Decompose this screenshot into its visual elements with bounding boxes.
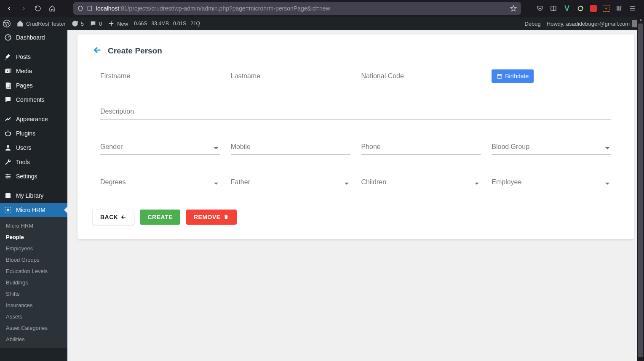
svg-point-21 bbox=[7, 145, 9, 148]
svg-rect-8 bbox=[618, 6, 620, 11]
menu-mylibrary[interactable]: My Library bbox=[0, 188, 67, 203]
pocket-icon[interactable] bbox=[536, 5, 544, 12]
bookmark-star-icon[interactable] bbox=[510, 5, 517, 12]
library-icon[interactable] bbox=[615, 5, 623, 12]
nav-forward-button[interactable] bbox=[18, 3, 29, 14]
scroll-thumb[interactable] bbox=[638, 24, 643, 357]
updates-link[interactable]: 5 bbox=[72, 20, 84, 27]
svg-rect-7 bbox=[617, 6, 618, 11]
wp-admin-bar: CrudRest Tester 5 0 New 0.66S 33.4MB 0.0… bbox=[0, 17, 644, 30]
nav-reload-button[interactable] bbox=[32, 3, 44, 14]
submenu-insurances[interactable]: Insurances bbox=[0, 300, 67, 311]
employee-field[interactable]: Employee bbox=[492, 179, 611, 190]
menu-dashboard[interactable]: Dashboard bbox=[0, 30, 67, 45]
employee-select[interactable] bbox=[492, 179, 611, 190]
shield-icon bbox=[77, 5, 83, 11]
page-scrollbar[interactable]: ▴ bbox=[637, 17, 644, 361]
submenu-education-levels[interactable]: Education Levels bbox=[0, 265, 67, 277]
browser-chrome: localhost:81/projects/crudrest/wp-admin/… bbox=[0, 0, 644, 17]
submenu-blood-groups[interactable]: Blood Groups bbox=[0, 254, 67, 265]
page-title: Create Person bbox=[108, 46, 162, 56]
back-button[interactable]: Back bbox=[93, 210, 134, 225]
menu-appearance[interactable]: Appearance bbox=[0, 112, 67, 126]
bloodgroup-select[interactable] bbox=[492, 144, 611, 155]
submenu-buildings[interactable]: Buildings bbox=[0, 277, 67, 288]
ext2-icon[interactable] bbox=[590, 5, 597, 12]
lastname-field[interactable]: Lastname bbox=[231, 73, 350, 84]
create-person-card: Create Person Firstname Lastname Nationa… bbox=[77, 35, 634, 239]
father-select[interactable] bbox=[231, 179, 350, 190]
hamburger-icon[interactable] bbox=[629, 5, 636, 12]
ext3-icon[interactable] bbox=[603, 5, 609, 12]
gender-field[interactable]: Gender bbox=[100, 144, 220, 155]
birthdate-button[interactable]: Birthdate bbox=[492, 69, 534, 83]
submenu-microhrm-home[interactable]: Micro HRM bbox=[0, 220, 67, 231]
father-field[interactable]: Father bbox=[231, 179, 350, 190]
bloodgroup-field[interactable]: Blood Group bbox=[492, 144, 611, 155]
submenu-microhrm: Micro HRM People Employees Blood Groups … bbox=[0, 217, 67, 348]
submenu-asset-categories[interactable]: Asset Categories bbox=[0, 322, 67, 334]
svg-rect-0 bbox=[88, 6, 91, 11]
ext1-icon[interactable] bbox=[577, 5, 584, 12]
reader-icon[interactable] bbox=[550, 5, 557, 12]
menu-tools[interactable]: Tools bbox=[0, 155, 67, 169]
trash-icon bbox=[223, 214, 229, 220]
menu-users[interactable]: Users bbox=[0, 141, 67, 155]
menu-posts[interactable]: Posts bbox=[0, 50, 67, 64]
arrow-left-icon bbox=[120, 214, 126, 220]
svg-rect-28 bbox=[5, 193, 11, 198]
debug-link[interactable]: Debug bbox=[524, 21, 540, 27]
remove-button[interactable]: Remove bbox=[186, 210, 237, 225]
lastname-input[interactable] bbox=[231, 73, 350, 84]
url-text: localhost:81/projects/crudrest/wp-admin/… bbox=[96, 5, 507, 12]
svg-point-26 bbox=[8, 176, 10, 177]
calendar-icon bbox=[497, 73, 502, 79]
svg-point-13 bbox=[3, 20, 11, 27]
phone-field[interactable]: Phone bbox=[361, 144, 481, 155]
howdy-link[interactable]: Howdy, asadidebuger@gmail.com bbox=[547, 20, 640, 27]
create-button[interactable]: Create bbox=[140, 210, 180, 225]
menu-comments[interactable]: Comments bbox=[0, 93, 67, 107]
submenu-shifts[interactable]: Shifts bbox=[0, 288, 67, 300]
debug-stats: 0.66S 33.4MB 0.01S 21Q bbox=[134, 21, 200, 27]
admin-sidebar: Dashboard Posts Media Pages Comments App… bbox=[0, 30, 67, 361]
degrees-field[interactable]: Degrees bbox=[100, 179, 220, 190]
svg-point-29 bbox=[7, 209, 9, 211]
firstname-input[interactable] bbox=[100, 73, 220, 84]
children-select[interactable] bbox=[361, 179, 481, 190]
nationalcode-input[interactable] bbox=[361, 73, 481, 84]
firstname-field[interactable]: Firstname bbox=[100, 73, 220, 84]
nationalcode-field[interactable]: National Code bbox=[361, 73, 481, 84]
url-bar[interactable]: localhost:81/projects/crudrest/wp-admin/… bbox=[73, 2, 521, 15]
submenu-people[interactable]: People bbox=[0, 231, 67, 243]
menu-microhrm[interactable]: Micro HRM bbox=[0, 203, 67, 217]
gender-select[interactable] bbox=[100, 144, 220, 155]
browser-toolbar-icons: V bbox=[536, 5, 641, 12]
vue-icon[interactable]: V bbox=[563, 5, 571, 12]
mobile-input[interactable] bbox=[231, 144, 350, 155]
menu-plugins[interactable]: Plugins bbox=[0, 126, 67, 141]
submenu-assets[interactable]: Assets bbox=[0, 311, 67, 322]
submenu-abilities[interactable]: Abilities bbox=[0, 334, 67, 345]
page-icon bbox=[87, 5, 93, 11]
new-link[interactable]: New bbox=[108, 20, 128, 27]
submenu-employees[interactable]: Employees bbox=[0, 243, 67, 254]
mobile-field[interactable]: Mobile bbox=[231, 144, 350, 155]
wp-logo[interactable] bbox=[3, 19, 11, 28]
back-arrow-icon[interactable] bbox=[93, 45, 102, 56]
menu-pages[interactable]: Pages bbox=[0, 78, 67, 93]
svg-rect-9 bbox=[620, 6, 621, 11]
comments-link[interactable]: 0 bbox=[90, 20, 102, 27]
description-field[interactable]: Description bbox=[100, 109, 611, 119]
phone-input[interactable] bbox=[361, 144, 481, 155]
menu-settings[interactable]: Settings bbox=[0, 169, 67, 183]
description-input[interactable] bbox=[100, 109, 611, 119]
scroll-up-icon[interactable]: ▴ bbox=[637, 17, 644, 23]
nav-home-button[interactable] bbox=[46, 3, 58, 14]
children-field[interactable]: Children bbox=[361, 179, 481, 190]
svg-point-6 bbox=[605, 8, 607, 9]
nav-back-button[interactable] bbox=[3, 3, 15, 14]
degrees-select[interactable] bbox=[100, 179, 220, 190]
menu-media[interactable]: Media bbox=[0, 64, 67, 78]
site-name-link[interactable]: CrudRest Tester bbox=[17, 20, 66, 27]
